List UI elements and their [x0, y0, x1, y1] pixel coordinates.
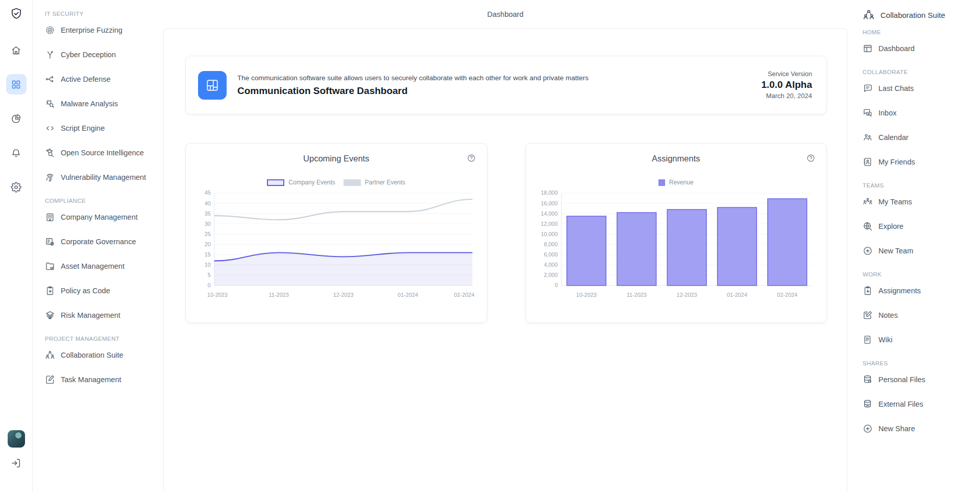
- help-button[interactable]: [806, 154, 815, 162]
- rail-home-button[interactable]: [6, 40, 27, 60]
- sidebar-item-script-engine[interactable]: Script Engine: [45, 116, 163, 140]
- bell-icon: [11, 148, 21, 158]
- db-box-icon: [863, 374, 873, 385]
- note-pen-icon: [863, 310, 873, 320]
- avatar[interactable]: [8, 430, 25, 448]
- explore-icon: [863, 221, 873, 231]
- sidebar-item-malware-analysis[interactable]: Malware Analysis: [45, 91, 163, 116]
- app-logo[interactable]: [10, 7, 23, 20]
- chart-title: Assignments: [652, 154, 700, 163]
- svg-text:35: 35: [205, 210, 211, 217]
- chart-legend: Revenue: [537, 179, 816, 186]
- sidebar-section-label: PROJECT MANAGEMENT: [45, 336, 163, 342]
- sidebar-item-corporate-governance[interactable]: Corporate Governance: [45, 229, 163, 254]
- sidebar-item-open-source-intelligence[interactable]: Open Source Intelligence: [45, 140, 163, 165]
- sidebar-item-company-management[interactable]: Company Management: [45, 205, 163, 229]
- sidebar-item-label: Cyber Deception: [61, 51, 116, 59]
- rightbar-item-my-teams[interactable]: My Teams: [863, 190, 980, 214]
- chart-card-assignments: AssignmentsRevenue02,0004,0006,0008,0001…: [525, 143, 827, 323]
- topbar: Dashboard: [163, 0, 847, 28]
- help-icon: [467, 154, 476, 162]
- svg-text:01-2024: 01-2024: [398, 292, 418, 298]
- rightbar-item-label: Inbox: [878, 109, 896, 117]
- rightbar-item-my-friends[interactable]: My Friends: [863, 150, 980, 174]
- rightbar-item-label: New Share: [878, 425, 915, 433]
- legend-label: Revenue: [669, 179, 694, 186]
- svg-text:12-2023: 12-2023: [333, 292, 354, 298]
- rightbar-section-label: WORK: [863, 271, 980, 277]
- dashboard-app-icon: [198, 71, 227, 100]
- svg-text:15: 15: [205, 251, 211, 257]
- rightbar-item-label: My Friends: [878, 158, 915, 166]
- rightbar-item-assignments[interactable]: Assignments: [863, 278, 980, 303]
- rightbar-item-label: Wiki: [878, 336, 892, 344]
- rightbar-item-inbox[interactable]: Inbox: [863, 101, 980, 125]
- rightbar-sections: HOMEDashboardCOLLABORATELast ChatsInboxC…: [863, 29, 980, 441]
- rightbar-section-label: TEAMS: [863, 182, 980, 189]
- rightbar-item-label: My Teams: [878, 198, 912, 206]
- app-title: Communication Software Dashboard: [237, 85, 761, 97]
- rightbar-item-notes[interactable]: Notes: [863, 303, 980, 327]
- main-column: Dashboard The communication software sui…: [163, 0, 847, 492]
- rail-reports-button[interactable]: [6, 108, 27, 129]
- sidebar-item-enterprise-fuzzing[interactable]: Enterprise Fuzzing: [45, 18, 163, 42]
- rightbar-item-explore[interactable]: Explore: [863, 214, 980, 239]
- sidebar-item-vulnerability-management[interactable]: Vulnerability Management: [45, 165, 163, 190]
- sidebar-item-risk-management[interactable]: Risk Management: [45, 303, 163, 327]
- app-layout-icon: [205, 78, 220, 93]
- assignments-plot: 02,0004,0006,0008,00010,00012,00014,0001…: [537, 189, 816, 304]
- rightbar-item-wiki[interactable]: Wiki: [863, 327, 980, 352]
- chart-card-upcoming-events: Upcoming EventsCompany EventsPartner Eve…: [185, 143, 487, 323]
- header-card: The communication software suite allows …: [185, 56, 827, 114]
- layers-eye-icon: [45, 310, 55, 320]
- chart-title: Upcoming Events: [303, 154, 369, 163]
- rightbar-item-external-files[interactable]: External Files: [863, 392, 980, 416]
- db-wave-icon: [863, 399, 873, 409]
- sidebar-item-collaboration-suite[interactable]: Collaboration Suite: [45, 343, 163, 367]
- svg-text:0: 0: [208, 282, 211, 288]
- sidebar-item-active-defense[interactable]: Active Defense: [45, 67, 163, 91]
- svg-text:18,000: 18,000: [541, 190, 557, 196]
- svg-text:25: 25: [205, 231, 211, 237]
- logout-button[interactable]: [6, 453, 27, 473]
- help-button[interactable]: [467, 154, 476, 162]
- sidebar-item-label: Vulnerability Management: [61, 173, 146, 181]
- rail-apps-button[interactable]: [6, 74, 27, 95]
- split-arrow-icon: [45, 50, 55, 60]
- two-people-icon: [863, 132, 873, 143]
- rightbar-item-new-share[interactable]: New Share: [863, 416, 980, 441]
- rightbar-item-personal-files[interactable]: Personal Files: [863, 367, 980, 392]
- plus-circle-icon: [863, 246, 873, 256]
- folder-icon: [45, 261, 55, 271]
- sidebar-item-label: Task Management: [61, 376, 121, 384]
- chart-legend: Company EventsPartner Events: [197, 179, 476, 186]
- inbox-icon: [863, 108, 873, 118]
- code-icon: [45, 123, 55, 133]
- rightbar-item-label: Dashboard: [878, 44, 915, 53]
- legend-swatch: [658, 179, 665, 186]
- rightbar-item-new-team[interactable]: New Team: [863, 239, 980, 263]
- sidebar-item-task-management[interactable]: Task Management: [45, 367, 163, 392]
- bar: [767, 199, 806, 286]
- bar: [717, 207, 756, 286]
- rightbar-item-label: Assignments: [878, 287, 921, 295]
- rail-notifications-button[interactable]: [6, 143, 27, 163]
- charts-row: Upcoming EventsCompany EventsPartner Eve…: [185, 143, 827, 323]
- rightbar-item-last-chats[interactable]: Last Chats: [863, 76, 980, 101]
- sidebar-item-cyber-deception[interactable]: Cyber Deception: [45, 42, 163, 67]
- sidebar-section-label: IT SECURITY: [45, 11, 163, 17]
- rightbar-section-label: COLLABORATE: [863, 69, 980, 75]
- svg-text:10-2023: 10-2023: [576, 292, 596, 298]
- sidebar-item-asset-management[interactable]: Asset Management: [45, 254, 163, 278]
- clipboard-icon: [863, 286, 873, 296]
- rightbar-item-calendar[interactable]: Calendar: [863, 125, 980, 150]
- upcoming-events-plot: 05101520253035404510-202311-202312-20230…: [197, 189, 476, 304]
- sidebar-item-policy-as-code[interactable]: Policy as Code: [45, 278, 163, 303]
- svg-text:2,000: 2,000: [544, 272, 557, 278]
- rail-settings-button[interactable]: [6, 177, 27, 197]
- rightbar-item-label: New Team: [878, 247, 913, 255]
- rightbar-item-dashboard[interactable]: Dashboard: [863, 36, 980, 61]
- chat-icon: [863, 83, 873, 93]
- people-icon: [45, 350, 55, 360]
- rightbar-section-label: HOME: [863, 29, 980, 35]
